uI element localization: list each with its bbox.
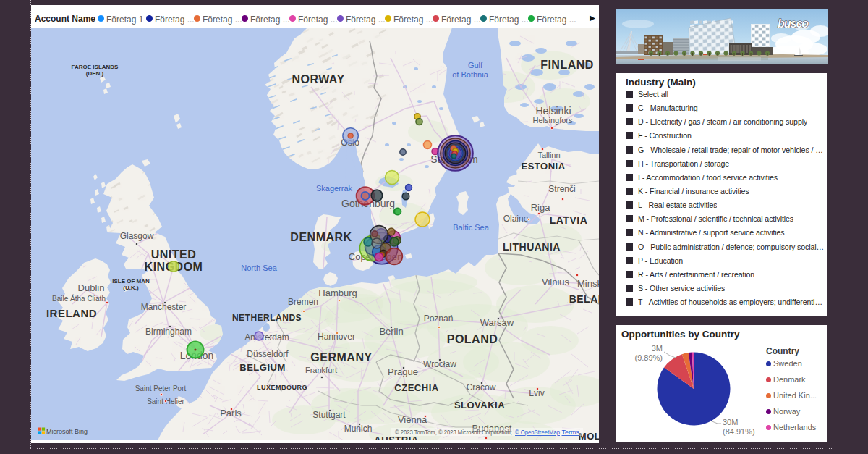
svg-text:POLAND: POLAND (447, 333, 498, 345)
svg-text:Minsk: Minsk (577, 278, 599, 289)
svg-text:busco: busco (778, 17, 809, 30)
svg-text:Gulf: Gulf (468, 61, 483, 70)
svg-text:(9.89%): (9.89%) (634, 353, 663, 362)
svg-text:NORWAY: NORWAY (292, 73, 344, 85)
svg-text:LITHUANIA: LITHUANIA (503, 241, 561, 253)
svg-text:North Sea: North Sea (241, 264, 277, 272)
svg-text:Bremen: Bremen (288, 297, 318, 307)
svg-text:BELGIUM: BELGIUM (239, 362, 285, 373)
svg-text:(U.K.): (U.K.) (123, 285, 139, 291)
svg-text:Amsterdam: Amsterdam (244, 332, 289, 342)
svg-text:Strenči: Strenči (548, 184, 575, 194)
svg-text:DENMARK: DENMARK (290, 231, 352, 243)
svg-text:CZECHIA: CZECHIA (394, 382, 438, 393)
svg-text:Hamburg: Hamburg (318, 287, 357, 298)
svg-text:ESTONIA: ESTONIA (521, 161, 565, 172)
svg-text:Düsseldorf: Düsseldorf (247, 349, 289, 359)
svg-text:Poznań: Poznań (424, 314, 454, 324)
svg-text:Olaine: Olaine (503, 214, 529, 224)
svg-text:Vilnius: Vilnius (542, 277, 570, 287)
svg-text:SLOVAKIA: SLOVAKIA (454, 400, 505, 411)
svg-text:Helsingfors: Helsingfors (532, 116, 573, 125)
svg-text:Munich: Munich (344, 424, 373, 434)
svg-text:GERMANY: GERMANY (310, 351, 372, 363)
svg-text:Frankfurt: Frankfurt (305, 366, 337, 374)
svg-text:LATVIA: LATVIA (550, 214, 588, 226)
svg-text:(DEN.): (DEN.) (86, 70, 104, 77)
svg-text:30M: 30M (723, 418, 738, 426)
svg-text:Microsoft Bing: Microsoft Bing (46, 428, 88, 435)
svg-text:© OpenStreetMap: © OpenStreetMap (515, 429, 560, 436)
svg-text:Riga: Riga (531, 202, 551, 213)
svg-text:(84.91%): (84.91%) (723, 427, 755, 436)
svg-text:Baile Átha Cliath: Baile Átha Cliath (52, 294, 106, 303)
svg-text:LUXEMBOURG: LUXEMBOURG (257, 384, 307, 391)
svg-text:3M: 3M (652, 344, 663, 353)
svg-text:Terms: Terms (562, 429, 580, 436)
svg-text:Vienna: Vienna (398, 414, 427, 425)
svg-text:Baltic Sea: Baltic Sea (453, 223, 489, 232)
svg-text:Manchester: Manchester (141, 302, 187, 312)
svg-text:BELAR: BELAR (569, 293, 599, 305)
svg-text:Birmingham: Birmingham (145, 327, 192, 337)
svg-text:Dublin: Dublin (78, 282, 105, 293)
svg-text:Tallinn: Tallinn (537, 151, 560, 159)
svg-text:© 2023 TomTom, © 2023 Microsof: © 2023 TomTom, © 2023 Microsoft Corporat… (395, 429, 512, 436)
svg-text:UNITED: UNITED (151, 248, 197, 261)
svg-text:FAROE ISLANDS: FAROE ISLANDS (72, 64, 119, 70)
svg-text:IRELAND: IRELAND (46, 307, 97, 319)
svg-text:NETHERLANDS: NETHERLANDS (232, 313, 302, 323)
svg-text:of Bothnia: of Bothnia (452, 70, 488, 79)
svg-text:ISLE OF MAN: ISLE OF MAN (112, 278, 150, 285)
svg-text:Glasgow: Glasgow (120, 231, 154, 241)
svg-text:Saint Peter Port: Saint Peter Port (135, 384, 187, 392)
svg-text:Skagerrak: Skagerrak (316, 184, 353, 193)
svg-text:FINLAND: FINLAND (540, 59, 594, 71)
svg-text:Helsinki: Helsinki (535, 105, 571, 117)
